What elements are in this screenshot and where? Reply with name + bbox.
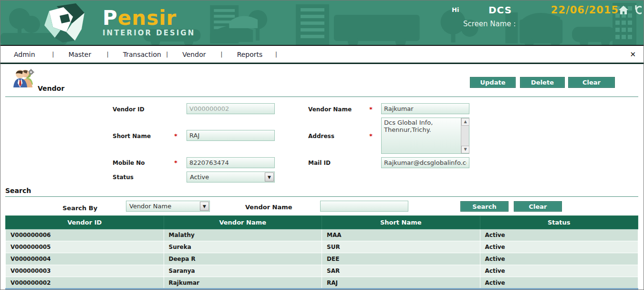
search-by-label: Search By: [62, 204, 97, 212]
brand-tagline: INTERIOR DESIGN: [103, 29, 195, 37]
required-marker: *: [174, 159, 177, 166]
brand-name: Pensir: [103, 9, 195, 28]
cell-short-name[interactable]: MAA: [322, 229, 480, 241]
status-label: Status: [113, 174, 134, 181]
nav-separator: |: [52, 51, 54, 58]
short-name-label: Short Name: [113, 133, 151, 140]
search-field-label: Vendor Name: [245, 204, 292, 211]
column-header-vendor-id[interactable]: Vendor ID: [6, 216, 164, 229]
search-divider: [5, 196, 638, 197]
search-value-field[interactable]: [320, 201, 408, 212]
search-section-title: Search: [5, 187, 31, 194]
cell-status[interactable]: Active: [480, 265, 638, 277]
table-row[interactable]: V000000005 Sureka SUR Active: [6, 241, 638, 253]
screen-name-label: Screen Name :: [463, 20, 516, 28]
clear-search-button[interactable]: Clear: [514, 201, 562, 212]
pensir-logo-icon: [39, 2, 96, 43]
address-label: Address: [308, 133, 334, 140]
cell-vendor-name[interactable]: Malathy: [164, 229, 322, 241]
cell-vendor-id[interactable]: V000000004: [6, 253, 164, 265]
vendor-id-label: Vendor ID: [113, 106, 145, 113]
brand-logo: Pensir INTERIOR DESIGN: [39, 2, 195, 43]
scroll-up-icon[interactable]: ▲: [461, 118, 469, 126]
short-name-field[interactable]: [187, 130, 275, 141]
cell-vendor-name[interactable]: Rajkumar: [164, 277, 322, 289]
nav-separator: |: [220, 51, 222, 58]
vendor-name-label: Vendor Name: [308, 106, 352, 113]
close-icon[interactable]: ✕: [630, 50, 636, 59]
address-field[interactable]: Dcs Global Info, Thennur,Trichy.: [382, 118, 460, 153]
nav-separator: |: [106, 51, 108, 58]
nav-item-master[interactable]: Master: [68, 51, 102, 58]
required-marker: *: [174, 132, 177, 140]
cell-vendor-id[interactable]: V000000005: [6, 241, 164, 253]
cell-vendor-name[interactable]: Sureka: [164, 241, 322, 253]
power-icon[interactable]: [630, 4, 642, 16]
brand-rest: ensir: [118, 6, 177, 30]
nav-item-reports[interactable]: Reports: [237, 51, 270, 58]
cell-vendor-name[interactable]: Saranya: [164, 265, 322, 277]
header-right: Hi DCS Screen Name : 22/06/2015: [443, 0, 644, 45]
mobile-no-label: Mobile No: [113, 160, 145, 166]
nav-item-vendor[interactable]: Vendor: [182, 51, 216, 58]
brand-letter-p: P: [103, 6, 118, 30]
required-marker: *: [369, 106, 373, 113]
required-marker: *: [369, 132, 373, 140]
table-row[interactable]: V000000004 Deepa R DEE Active: [6, 253, 638, 265]
cell-status[interactable]: Active: [480, 241, 638, 253]
page-title: Vendor: [38, 85, 64, 92]
search-by-selected-value: Vendor Name: [129, 203, 171, 210]
vendor-results-table: Vendor ID Vendor Name Short Name Status …: [5, 215, 638, 290]
column-header-short-name[interactable]: Short Name: [322, 216, 480, 229]
home-icon[interactable]: [618, 4, 629, 16]
nav-separator: |: [166, 51, 168, 58]
cell-short-name[interactable]: SUR: [322, 241, 480, 253]
mail-id-label: Mail ID: [308, 160, 331, 166]
scroll-down-icon[interactable]: ▼: [461, 146, 469, 153]
vendor-name-field[interactable]: [381, 103, 469, 114]
app-header: Pensir INTERIOR DESIGN Hi DCS Screen Nam…: [0, 0, 644, 45]
chevron-down-icon[interactable]: ▼: [265, 172, 274, 182]
cell-vendor-id[interactable]: V000000002: [6, 277, 164, 289]
cell-short-name[interactable]: DEE: [322, 253, 480, 265]
column-header-vendor-name[interactable]: Vendor Name: [164, 216, 322, 229]
greeting-text: Hi: [452, 6, 459, 13]
chevron-down-icon[interactable]: ▼: [200, 202, 209, 211]
nav-item-admin[interactable]: Admin: [14, 51, 47, 58]
address-scrollbar[interactable]: ▲ ▼: [461, 118, 469, 153]
vendor-id-field: [187, 103, 275, 114]
update-button[interactable]: Update: [470, 77, 516, 88]
status-dropdown[interactable]: Active ▼: [187, 172, 275, 183]
search-by-dropdown[interactable]: Vendor Name ▼: [126, 201, 210, 212]
nav-item-transaction[interactable]: Transaction: [123, 51, 161, 58]
cell-status[interactable]: Active: [480, 277, 638, 289]
table-row[interactable]: V000000006 Malathy MAA Active: [6, 229, 638, 241]
search-button[interactable]: Search: [460, 201, 509, 212]
address-field-wrap: Dcs Global Info, Thennur,Trichy. ▲ ▼: [381, 118, 469, 154]
cell-vendor-id[interactable]: V000000006: [6, 229, 164, 241]
table-header-row: Vendor ID Vendor Name Short Name Status: [6, 216, 638, 229]
nav-separator: |: [275, 51, 277, 58]
username-text: DCS: [488, 4, 512, 16]
cell-short-name[interactable]: SAR: [322, 265, 480, 277]
current-date: 22/06/2015: [551, 4, 619, 16]
vendor-users-icon: [12, 68, 35, 88]
table-row[interactable]: V000000002 Rajkumar RAJ Active: [6, 277, 638, 289]
mobile-no-field[interactable]: [187, 157, 275, 168]
main-nav: Admin | Master | Transaction | Vendor | …: [0, 45, 644, 64]
cell-status[interactable]: Active: [480, 229, 638, 241]
table-row[interactable]: V000000003 Saranya SAR Active: [6, 265, 638, 277]
clear-form-button[interactable]: Clear: [568, 77, 615, 88]
column-header-status[interactable]: Status: [480, 216, 638, 229]
cell-vendor-id[interactable]: V000000003: [6, 265, 164, 277]
mail-id-field[interactable]: [381, 157, 469, 168]
delete-button[interactable]: Delete: [520, 77, 565, 88]
vendor-management-window: Pensir INTERIOR DESIGN Hi DCS Screen Nam…: [0, 0, 644, 290]
title-divider: [5, 97, 638, 97]
status-selected-value: Active: [190, 173, 209, 181]
cell-vendor-name[interactable]: Deepa R: [164, 253, 322, 265]
cell-short-name[interactable]: RAJ: [322, 277, 480, 289]
cell-status[interactable]: Active: [480, 253, 638, 265]
